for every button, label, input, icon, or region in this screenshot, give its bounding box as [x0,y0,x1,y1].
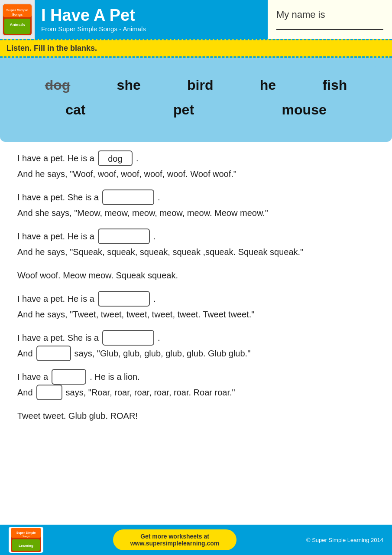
word-bank-row-1: dog she bird he fish [22,75,370,95]
s5-post: . [158,330,160,346]
word-cat: cat [59,100,92,120]
s3-post: . [153,229,156,244]
middle-text: Woof woof. Meow meow. Squeak squeak. [17,268,178,283]
sentence-2-line1: I have a pet. She is a . [17,189,375,205]
word-bank-inner: dog she bird he fish cat pet mouse [13,66,379,133]
s5-pre: I have a pet. She is a [17,330,99,346]
s2-line2-text: And she says, "Meow, meow, meow, meow, m… [17,205,268,221]
blank-bird[interactable] [98,291,150,307]
s5-line2-pre: And [17,346,33,361]
sentence-block-3: I have a pet. He is a . And he says, "Sq… [17,229,375,260]
word-she: she [110,75,147,95]
svg-text:Super Simple: Super Simple [16,531,36,535]
blank-dog[interactable]: dog [98,150,133,166]
name-box: My name is [266,0,392,39]
s6-line2-pre: And [17,385,33,400]
blank-mouse[interactable] [98,229,150,244]
word-mouse: mouse [275,100,333,120]
final-text: Tweet tweet. Glub glub. ROAR! [17,408,138,424]
footer-cta: Get more worksheets at www.supersimplele… [113,529,237,550]
page-title: I Have A Pet [41,7,260,25]
super-simple-songs-logo: Super Simple Songs Animals [2,3,32,36]
blank-cat[interactable] [102,189,154,205]
sentence-4-line2: And he says, "Tweet, tweet, tweet, tweet… [17,307,375,322]
header-logo-area: Super Simple Songs Animals [0,0,35,39]
word-pet: pet [167,100,201,120]
footer-cta-line2: www.supersimplelearning.com [130,540,220,547]
s2-pre: I have a pet. She is a [17,189,99,205]
s4-pre: I have a pet. He is a [17,291,94,307]
svg-text:Learning: Learning [19,544,33,548]
final-text-block: Tweet tweet. Glub glub. ROAR! [17,408,375,424]
footer-logo-svg: Super Simple Songs Learning [11,528,41,552]
footer-copyright: © Super Simple Learning 2014 [306,537,383,543]
word-bank-row-2: cat pet mouse [22,100,370,120]
word-fish: fish [316,75,353,95]
instruction-text: Listen. Fill in the blanks. [6,44,97,52]
s5-line2-post: says, "Glub, glub, glub, glub, glub. Glu… [75,346,251,361]
s6-post: . He is a lion. [90,369,140,385]
s4-post: . [153,291,156,307]
footer-logo: Super Simple Songs Learning [9,527,43,553]
sentence-3-line1: I have a pet. He is a . [17,229,375,244]
word-bank: dog she bird he fish cat pet mouse [0,58,392,142]
svg-text:Songs: Songs [22,535,29,538]
sentence-2-line2: And she says, "Meow, meow, meow, meow, m… [17,205,375,221]
s3-line2-text: And he says, "Squeak, squeak, squeak, sq… [17,244,303,260]
sentence-5-line2: And says, "Glub, glub, glub, glub, glub.… [17,346,375,361]
middle-text-line: Woof woof. Meow meow. Squeak squeak. [17,268,375,283]
s3-pre: I have a pet. He is a [17,229,94,244]
sentence-6-line1: I have a . He is a lion. [17,369,375,385]
name-label: My name is [276,9,383,20]
sentence-1-line1: I have a pet. He is a dog . [17,150,375,166]
s1-pre: I have a pet. He is a [17,150,94,166]
sentence-block-1: I have a pet. He is a dog . And he says,… [17,150,375,182]
svg-text:Super Simple: Super Simple [6,8,29,12]
s4-line2-text: And he says, "Tweet, tweet, tweet, tweet… [17,307,254,322]
footer-cta-line1: Get more worksheets at [130,533,220,540]
svg-text:Animals: Animals [10,23,25,27]
sentence-1-line2: And he says, "Woof, woof, woof, woof, wo… [17,166,375,182]
page-subtitle: From Super Simple Songs - Animals [41,25,260,33]
sentence-5-line1: I have a pet. She is a . [17,330,375,346]
header-title-area: I Have A Pet From Super Simple Songs - A… [35,0,266,39]
s6-line2-post: says, "Roar, roar, roar, roar, roar. Roa… [66,385,235,400]
header: Super Simple Songs Animals I Have A Pet … [0,0,392,39]
sentence-block-2: I have a pet. She is a . And she says, "… [17,189,375,221]
sentence-3-line2: And he says, "Squeak, squeak, squeak, sq… [17,244,375,260]
footer: Super Simple Songs Learning Get more wor… [0,525,392,555]
s1-post: . [136,150,139,166]
word-bird: bird [181,75,220,95]
main-content: I have a pet. He is a dog . And he says,… [0,142,392,440]
s6-pre: I have a [17,369,48,385]
svg-text:Songs: Songs [12,13,23,16]
instruction-bar: Listen. Fill in the blanks. [0,39,392,58]
sentence-6-line2: And says, "Roar, roar, roar, roar, roar.… [17,385,375,400]
blank-fish-she[interactable] [102,330,154,346]
blank-pet[interactable] [52,369,86,385]
sentence-block-6: I have a . He is a lion. And says, "Roar… [17,369,375,400]
sentence-4-line1: I have a pet. He is a . [17,291,375,307]
blank-she-pronoun[interactable] [36,346,71,361]
name-line [276,29,383,30]
final-text-line: Tweet tweet. Glub glub. ROAR! [17,408,375,424]
s2-post: . [158,189,160,205]
sentence-block-4: I have a pet. He is a . And he says, "Tw… [17,291,375,322]
word-he: he [253,75,282,95]
word-dog: dog [39,75,77,95]
sentence-block-5: I have a pet. She is a . And says, "Glub… [17,330,375,361]
middle-text-block: Woof woof. Meow meow. Squeak squeak. [17,268,375,283]
s1-line2-text: And he says, "Woof, woof, woof, woof, wo… [17,166,236,182]
blank-he-pronoun[interactable] [36,385,62,400]
